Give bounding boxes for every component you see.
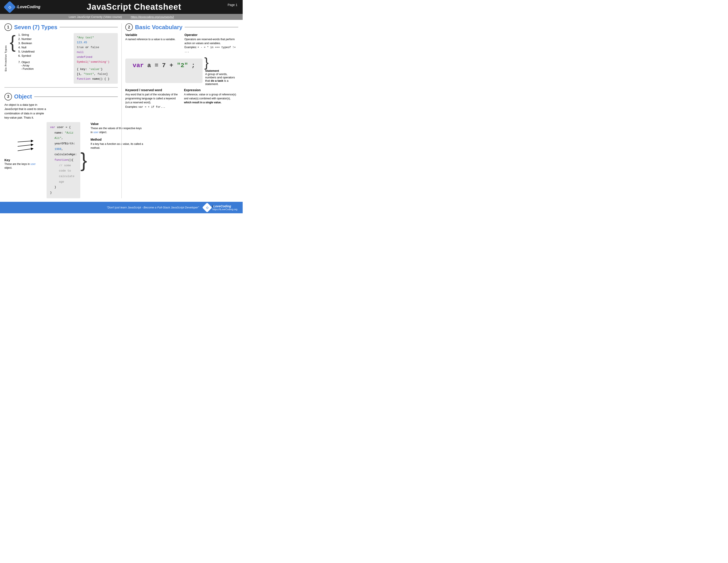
logo-text: iLoveCoding <box>16 5 40 9</box>
statement-brace-area: } Statement A group of words, numbers an… <box>204 56 238 86</box>
section3-title: Object <box>14 93 32 100</box>
logo-icon: ◇ <box>4 1 16 13</box>
section3-header: 3 Object <box>4 93 118 100</box>
keyword-examples: Examples: var = + if for... <box>125 105 180 109</box>
list-item: 5. Undefined <box>18 50 71 53</box>
list-item: 2. Number <box>18 37 71 41</box>
main-content: 1 Seven (7) Types Six Primitive Types { … <box>0 20 243 202</box>
expression-item: Expression A reference, value or a group… <box>184 88 238 109</box>
keyword-item: Keyword / reserved word Any word that is… <box>125 88 180 109</box>
page-number: Page 1 <box>228 2 237 7</box>
operator-desc: Operators are reserved-words that perfor… <box>184 37 238 54</box>
svg-line-0 <box>18 141 33 142</box>
list-item: 3. Boolean <box>18 41 71 45</box>
variable-title: Variable <box>125 33 179 37</box>
variable-item: Variable A named reference to a value is… <box>125 33 179 54</box>
right-brace: } <box>80 122 87 198</box>
list-item: 6. Symbol <box>18 54 71 57</box>
footer: "Don't just learn JavaScript - Become a … <box>0 202 243 213</box>
code-line: "Any text" <box>77 35 115 40</box>
section1-title: Seven (7) Types <box>14 24 57 31</box>
code-line: Symbol('something') <box>77 60 115 64</box>
operator-examples: Examples: + - = * in === typeof != ... <box>184 46 236 53</box>
statement-code-box: var a = 7 + "2" ; <box>125 58 203 83</box>
types-list: 1. String 2. Number 3. Boolean 4. Null 5… <box>18 33 71 84</box>
statement-title: Statement <box>205 69 219 72</box>
section3-line <box>34 96 118 97</box>
code-line: null <box>77 50 115 55</box>
types-area: Six Primitive Types { 1. String 2. Numbe… <box>4 33 118 84</box>
list-item: - Array <box>21 64 71 67</box>
statement-right-brace: } <box>204 56 238 69</box>
vocab-bottom: Keyword / reserved word Any word that is… <box>125 88 238 109</box>
code-line: // some code to calculate age <box>50 163 77 185</box>
keyword-title: Keyword / reserved word <box>125 88 180 92</box>
expression-desc: A reference, value or a group of referen… <box>184 92 238 104</box>
list-item: 1. String <box>18 33 71 36</box>
footer-logo-icon: ◇ <box>202 202 212 212</box>
vocab-top: Variable A named reference to a value is… <box>125 33 238 54</box>
svg-line-2 <box>18 148 33 151</box>
left-brace: { <box>10 33 16 84</box>
footer-logo-text: iLoveCoding <box>212 204 237 208</box>
section3-number: 3 <box>4 93 12 100</box>
code-line: undefined <box>77 55 115 60</box>
section2-number: 2 <box>125 23 133 31</box>
section3: 3 Object An object is a data type in Jav… <box>4 90 118 198</box>
sub-header-text: Learn JavaScript Correctly (Video course… <box>69 15 122 19</box>
logo: ◇ iLoveCoding <box>5 3 40 11</box>
list-item: 7. Object <box>18 60 71 64</box>
operator-title: Operator <box>184 33 238 37</box>
primitive-types-list: 1. String 2. Number 3. Boolean 4. Null 5… <box>18 33 71 57</box>
header: ◇ iLoveCoding JavaScript Cheatsheet Page… <box>0 0 243 14</box>
page-title: JavaScript Cheatsheet <box>40 2 228 12</box>
code-line: true or false <box>77 45 115 50</box>
sub-header: Learn JavaScript Correctly (Video course… <box>0 14 243 20</box>
svg-line-1 <box>18 145 33 146</box>
section2-header: 2 Basic Vocabulary <box>125 23 238 31</box>
list-item: - Function <box>21 67 71 70</box>
code-line: 123.45 <box>77 40 115 45</box>
code-line: [1, "text", false] <box>77 72 115 77</box>
statement-display: var a = 7 + "2" ; <box>131 62 197 69</box>
object-left: Key These are the keys in user object. <box>4 122 43 170</box>
statement-label: Statement A group of words, numbers and … <box>205 69 238 86</box>
right-column: 2 Basic Vocabulary Variable A named refe… <box>121 23 238 198</box>
section3-desc: An object is a data type in JavaScript t… <box>4 103 49 120</box>
left-column: 1 Seven (7) Types Six Primitive Types { … <box>4 23 121 198</box>
code-line: calculateAge: function(){ <box>50 152 77 163</box>
statement-area: var a = 7 + "2" ; } Statement A group of… <box>125 56 238 86</box>
extra-types: 7. Object - Array - Function <box>18 60 71 70</box>
key-area: Key These are the keys in user object. <box>4 140 43 170</box>
section2-line <box>185 27 238 27</box>
section1-header: 1 Seven (7) Types <box>4 23 118 31</box>
code-line: } <box>50 184 77 190</box>
key-arrows-svg <box>4 140 40 157</box>
sub-header-link[interactable]: https://ilovecoding.org/courses/js2 <box>131 15 174 19</box>
object-middle: var user = { name: "Aziz Ali", yearOfBir… <box>47 122 87 198</box>
footer-logo-text-area: iLoveCoding https://iLoveCoding.org <box>212 204 237 211</box>
code-line: { key: 'value'} <box>77 67 115 72</box>
section1-line <box>60 27 118 27</box>
section2-title: Basic Vocabulary <box>135 24 182 31</box>
footer-logo: ◇ iLoveCoding https://iLoveCoding.org <box>202 204 237 211</box>
code-line: yearOfBirth: 1988, <box>50 141 77 152</box>
code-line: function name() { } <box>77 77 115 81</box>
code-line: var user = { <box>50 125 77 130</box>
list-item: 4. Null <box>18 46 71 49</box>
primitive-label: Six Primitive Types <box>4 33 7 84</box>
variable-desc: A named reference to a value is a variab… <box>125 37 179 41</box>
object-content: Key These are the keys in user object. v… <box>4 122 118 198</box>
footer-quote: "Don't just learn JavaScript - Become a … <box>104 206 202 209</box>
object-code-box: var user = { name: "Aziz Ali", yearOfBir… <box>47 122 80 198</box>
code-line: name: "Aziz Ali", <box>50 130 77 141</box>
section1-number: 1 <box>4 23 12 31</box>
divider1 <box>4 87 118 88</box>
object-code-brace: var user = { name: "Aziz Ali", yearOfBir… <box>47 122 87 198</box>
keyword-desc: Any word that is part of the vocabulary … <box>125 92 180 104</box>
key-desc: These are the keys in user object. <box>4 162 43 170</box>
key-title: Key <box>4 158 10 162</box>
expression-title: Expression <box>184 88 238 92</box>
stmt-with-brace: var a = 7 + "2" ; } Statement A group of… <box>125 56 238 86</box>
operator-item: Operator Operators are reserved-words th… <box>184 33 238 54</box>
